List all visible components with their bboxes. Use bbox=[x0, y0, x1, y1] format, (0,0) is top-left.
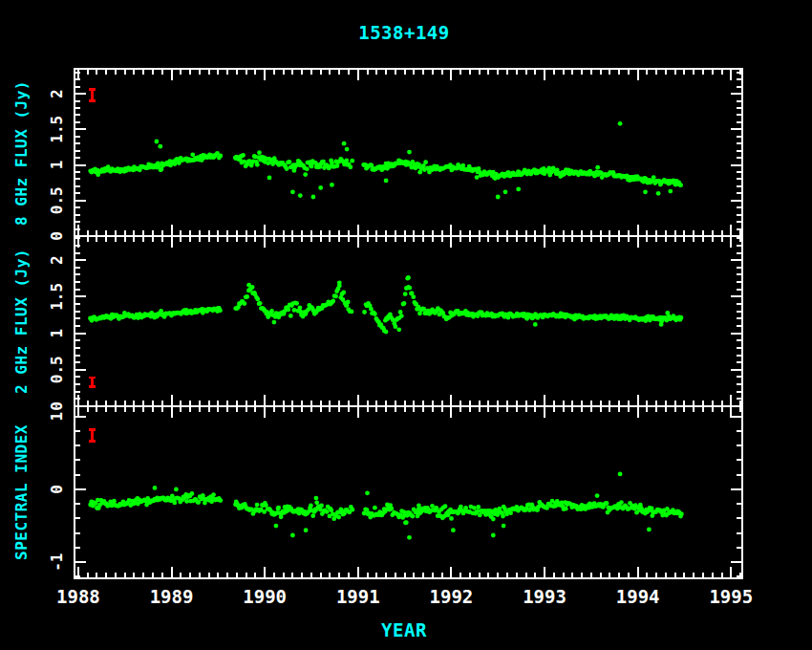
y-tick-label: 1 bbox=[48, 329, 66, 338]
data-point bbox=[255, 503, 260, 508]
data-point bbox=[241, 153, 246, 158]
data-point bbox=[173, 162, 178, 166]
data-point-outlier bbox=[618, 121, 623, 126]
data-point bbox=[218, 154, 223, 159]
data-point bbox=[255, 297, 260, 302]
data-point bbox=[652, 175, 656, 180]
data-point bbox=[309, 504, 313, 509]
data-point-outlier bbox=[314, 496, 319, 501]
data-point bbox=[314, 500, 319, 505]
data-point-outlier bbox=[407, 535, 412, 540]
y-tick-label: -1 bbox=[48, 553, 66, 572]
data-point bbox=[346, 300, 351, 305]
x-tick-label: 1992 bbox=[430, 586, 474, 607]
data-point-outlier bbox=[311, 195, 316, 200]
data-point bbox=[679, 511, 684, 516]
data-point-outlier bbox=[496, 195, 501, 200]
data-point bbox=[472, 506, 477, 510]
data-point bbox=[218, 308, 223, 313]
x-axis-title: YEAR bbox=[381, 619, 427, 640]
data-point bbox=[269, 309, 274, 314]
data-point bbox=[285, 166, 289, 171]
y-tick-label: 0 bbox=[48, 401, 66, 411]
panel-8ghz-frame-ticks: 00.511.52 bbox=[48, 69, 742, 241]
data-point-outlier bbox=[153, 486, 158, 490]
data-point bbox=[407, 286, 412, 291]
data-point bbox=[257, 150, 262, 155]
x-tick-label: 1995 bbox=[709, 586, 753, 607]
y-tick-label: 0 bbox=[48, 231, 66, 241]
data-point bbox=[218, 498, 223, 503]
data-point bbox=[336, 515, 341, 520]
data-point bbox=[478, 513, 482, 518]
panel-2ghz-data-points bbox=[88, 275, 683, 334]
data-point-outlier bbox=[643, 189, 648, 194]
data-point bbox=[305, 166, 310, 171]
y-tick-label: 1.5 bbox=[48, 283, 66, 311]
data-point bbox=[443, 504, 448, 509]
data-point-outlier bbox=[272, 320, 277, 325]
data-point bbox=[288, 160, 292, 164]
x-tick-label: 1994 bbox=[616, 586, 660, 607]
x-tick-label: 1993 bbox=[523, 586, 566, 607]
data-point-outlier bbox=[502, 524, 506, 529]
panel-spectral-index: -101 SPECTRAL INDEX bbox=[12, 406, 742, 578]
data-point bbox=[398, 310, 403, 314]
data-point bbox=[501, 514, 505, 519]
data-point-outlier bbox=[618, 472, 623, 477]
chart-title: 1538+149 bbox=[358, 22, 450, 43]
data-point bbox=[303, 172, 308, 177]
data-point-outlier bbox=[174, 488, 179, 492]
x-tick-labels: 19881989199019911992199319941995 bbox=[56, 586, 753, 607]
data-point bbox=[350, 310, 354, 314]
data-point bbox=[508, 510, 513, 515]
data-point-outlier bbox=[246, 283, 251, 288]
x-tick-label: 1989 bbox=[150, 586, 194, 607]
data-point-outlier bbox=[503, 189, 508, 194]
data-point bbox=[286, 308, 290, 313]
data-point-outlier bbox=[384, 179, 389, 184]
panel-2ghz-flux: 00.511.52 2 GHz FLUX (Jy) bbox=[12, 236, 742, 411]
data-point bbox=[344, 158, 349, 162]
data-point bbox=[476, 505, 481, 509]
data-point-outlier bbox=[668, 189, 673, 194]
x-tick-label: 1990 bbox=[243, 586, 287, 607]
y-tick-label: 1 bbox=[48, 161, 66, 170]
data-point bbox=[373, 506, 377, 510]
data-point-outlier bbox=[365, 490, 370, 495]
data-point-outlier bbox=[345, 147, 350, 152]
data-point-outlier bbox=[267, 176, 272, 181]
y-tick-label: 0 bbox=[48, 485, 66, 494]
data-point bbox=[243, 301, 247, 306]
data-point bbox=[679, 315, 684, 320]
data-point-outlier bbox=[516, 187, 521, 192]
data-point-outlier bbox=[337, 284, 342, 289]
data-point bbox=[333, 294, 338, 299]
data-point-outlier bbox=[659, 322, 664, 327]
data-point bbox=[335, 163, 340, 168]
data-point-outlier bbox=[330, 183, 334, 187]
data-point bbox=[258, 301, 263, 306]
panel-8ghz-data-points bbox=[88, 121, 683, 200]
data-point bbox=[350, 159, 354, 163]
data-point bbox=[402, 301, 407, 306]
y-axis-title-2ghz: 2 GHz FLUX (Jy) bbox=[12, 249, 31, 394]
data-point bbox=[390, 507, 395, 511]
data-point bbox=[403, 292, 408, 296]
data-point-outlier bbox=[298, 193, 303, 198]
panel-2ghz-error-bar bbox=[89, 378, 96, 386]
light-curve-plot: 1538+149 00.511.52 8 GHz FLUX (Jy) 00.51… bbox=[0, 0, 812, 650]
y-tick-label: 0.5 bbox=[48, 356, 66, 383]
data-point bbox=[678, 183, 683, 187]
y-tick-label: 2 bbox=[48, 89, 66, 98]
data-point bbox=[619, 500, 624, 505]
y-axis-title-8ghz: 8 GHz FLUX (Jy) bbox=[12, 80, 31, 226]
data-point bbox=[276, 506, 281, 510]
data-point bbox=[172, 501, 177, 506]
data-point-outlier bbox=[274, 524, 279, 529]
data-point bbox=[394, 324, 398, 329]
data-point bbox=[331, 299, 335, 304]
data-point bbox=[399, 314, 404, 318]
data-point-outlier bbox=[318, 185, 323, 190]
data-point bbox=[211, 492, 216, 497]
